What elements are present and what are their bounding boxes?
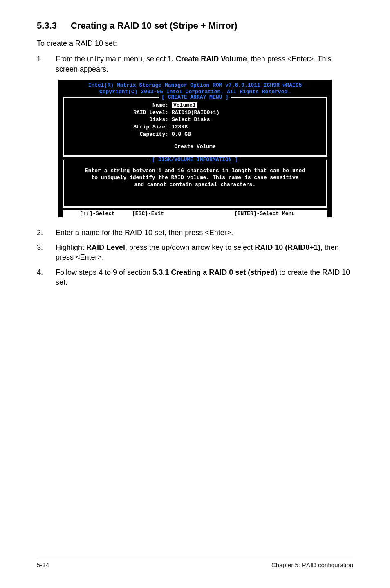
step-4: 4. Follow steps 4 to 9 of section 5.3.1 … — [37, 267, 353, 287]
field-strip-size: Strip Size: 128KB — [69, 123, 321, 131]
bios-header: Intel(R) Matrix Storage Manager Option R… — [58, 82, 332, 96]
intro-text: To create a RAID 10 set: — [37, 38, 353, 48]
raid-level-label: RAID Level: — [69, 109, 172, 117]
footer-exit-hint: [ESC]-Exit — [132, 211, 202, 217]
disk-volume-info-box: [ DISK/VOLUME INFORMATION ] Enter a stri… — [63, 159, 327, 208]
info-text: Enter a string between 1 and 16 characte… — [69, 168, 321, 189]
strip-size-label: Strip Size: — [69, 123, 172, 131]
disk-volume-info-title: [ DISK/VOLUME INFORMATION ] — [150, 157, 241, 163]
bios-header-line1: Intel(R) Matrix Storage Manager Option R… — [63, 82, 327, 89]
step-3: 3. Highlight RAID Level, press the up/do… — [37, 242, 353, 263]
field-name: Name: Volume1 — [69, 102, 321, 109]
disks-label: Disks: — [69, 116, 172, 123]
name-label: Name: — [69, 102, 172, 109]
bios-screen: Intel(R) Matrix Storage Manager Option R… — [58, 80, 332, 217]
capacity-label: Capacity: — [69, 131, 172, 138]
field-raid-level: RAID Level: RAID10(RAID0+1) — [69, 109, 321, 117]
create-array-menu-title: [ CREATE ARRAY MENU ] — [159, 94, 231, 100]
step-number: 1. — [37, 54, 56, 74]
raid-level-value[interactable]: RAID10(RAID0+1) — [172, 109, 220, 117]
step-number: 3. — [37, 242, 56, 263]
bios-footer-bar: [↑↓]-Select [ESC]-Exit [ENTER]-Select Me… — [63, 210, 327, 217]
page-number: 5-34 — [37, 561, 49, 568]
step-1: 1. From the utility main menu, select 1.… — [37, 54, 353, 74]
step-text: Follow steps 4 to 9 of section 5.3.1 Cre… — [56, 267, 353, 287]
footer-select-hint: [↑↓]-Select — [63, 211, 132, 217]
field-disks: Disks: Select Disks — [69, 116, 321, 123]
name-input[interactable]: Volume1 — [172, 102, 197, 108]
step-text: Highlight RAID Level, press the up/down … — [56, 242, 353, 263]
create-array-menu-box: [ CREATE ARRAY MENU ] Name: Volume1 RAID… — [63, 97, 327, 157]
field-capacity: Capacity: 0.0 GB — [69, 131, 321, 138]
section-title-text: Creating a RAID 10 set (Stripe + Mirror) — [71, 20, 238, 31]
step-text: Enter a name for the RAID 10 set, then p… — [56, 228, 353, 238]
create-volume-button[interactable]: Create Volume — [69, 144, 321, 150]
step-2: 2. Enter a name for the RAID 10 set, the… — [37, 228, 353, 238]
disks-value[interactable]: Select Disks — [172, 116, 210, 123]
step-text: From the utility main menu, select 1. Cr… — [56, 54, 353, 74]
step-number: 4. — [37, 267, 56, 287]
section-heading: 5.3.3Creating a RAID 10 set (Stripe + Mi… — [37, 20, 353, 31]
chapter-label: Chapter 5: RAID configuration — [271, 561, 353, 568]
strip-size-value[interactable]: 128KB — [172, 123, 188, 131]
footer-enter-hint: [ENTER]-Select Menu — [202, 211, 327, 217]
section-number: 5.3.3 — [37, 20, 57, 31]
page-footer: 5-34 Chapter 5: RAID configuration — [37, 559, 353, 568]
step-number: 2. — [37, 228, 56, 238]
capacity-value[interactable]: 0.0 GB — [172, 131, 191, 138]
